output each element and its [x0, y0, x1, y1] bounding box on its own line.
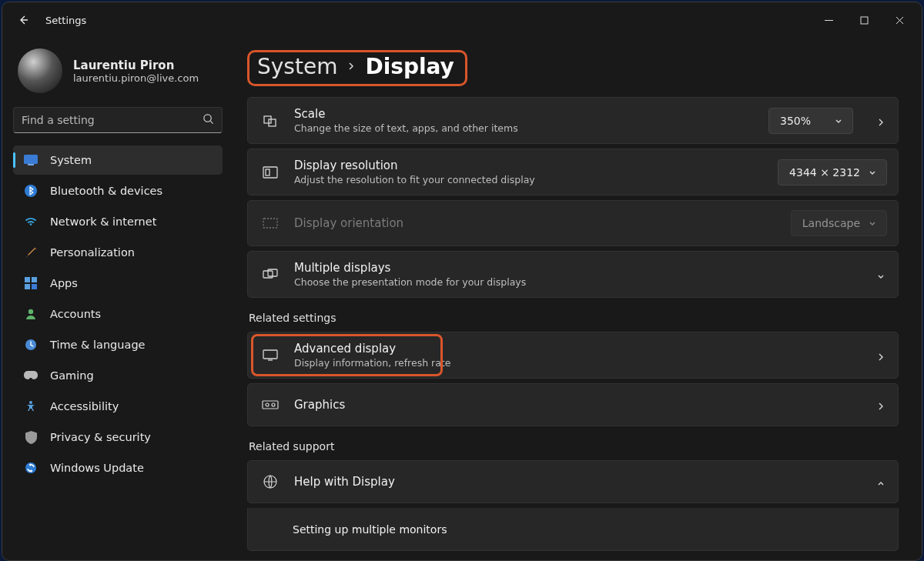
back-button[interactable] [13, 9, 35, 31]
close-icon [896, 16, 904, 25]
breadcrumb-current: Display [365, 54, 454, 79]
card-title: Graphics [294, 398, 853, 412]
select-value: 4344 × 2312 [789, 166, 860, 179]
minimize-icon [825, 16, 833, 25]
nav-item-gaming[interactable]: Gaming [13, 361, 223, 390]
bluetooth-icon [24, 184, 38, 198]
card-title: Display orientation [294, 216, 775, 230]
profile-name: Laurentiu Piron [73, 58, 199, 72]
orientation-select: Landscape [791, 210, 887, 236]
profile-email: laurentiu.piron@live.com [73, 72, 199, 84]
nav-item-accounts[interactable]: Accounts [13, 299, 223, 329]
resolution-select[interactable]: 4344 × 2312 [778, 159, 887, 185]
chevron-right-icon [876, 350, 887, 361]
card-resolution[interactable]: Display resolution Adjust the resolution… [247, 149, 899, 195]
chevron-down-icon [868, 218, 879, 229]
nav-item-network[interactable]: Network & internet [13, 207, 223, 236]
chevron-right-icon [346, 59, 356, 74]
card-desc: Change the size of text, apps, and other… [294, 122, 753, 134]
maximize-button[interactable] [846, 8, 882, 32]
nav-item-label: Personalization [50, 246, 135, 259]
nav-item-accessibility[interactable]: Accessibility [13, 392, 223, 421]
breadcrumb: System Display [247, 38, 899, 97]
chevron-right-icon [876, 399, 887, 410]
select-value: Landscape [802, 217, 860, 229]
card-help-display[interactable]: Help with Display [247, 460, 899, 503]
search-input[interactable] [22, 114, 196, 126]
card-advanced-display[interactable]: Advanced display Display information, re… [247, 332, 899, 379]
nav-item-privacy[interactable]: Privacy & security [13, 422, 223, 452]
svg-rect-3 [28, 164, 34, 165]
scale-select[interactable]: 350% [768, 108, 853, 134]
chevron-up-icon [876, 476, 887, 487]
accessibility-icon [24, 399, 38, 413]
chevron-down-icon [876, 269, 887, 280]
wifi-icon [24, 215, 38, 229]
nav-item-windows-update[interactable]: Windows Update [13, 453, 223, 483]
svg-rect-8 [32, 284, 37, 289]
nav-item-bluetooth[interactable]: Bluetooth & devices [13, 176, 223, 205]
breadcrumb-parent[interactable]: System [257, 54, 337, 79]
scale-icon [262, 113, 279, 129]
avatar [18, 48, 62, 93]
nav-item-label: Privacy & security [50, 431, 151, 443]
svg-rect-6 [32, 277, 37, 282]
help-subitem[interactable]: Setting up multiple monitors [247, 508, 899, 551]
settings-window: Settings Laurentiu Piron laurentiu.piron… [2, 2, 922, 561]
sidebar: Laurentiu Piron laurentiu.piron@live.com… [2, 38, 233, 560]
chevron-down-icon [834, 115, 845, 126]
main-content: System Display Scale Change the size of … [233, 38, 922, 560]
svg-point-22 [266, 403, 269, 406]
nav-item-label: Accessibility [50, 400, 119, 412]
settings-cards: Scale Change the size of text, apps, and… [247, 97, 899, 298]
system-icon [24, 153, 38, 167]
card-title: Help with Display [294, 475, 861, 489]
apps-icon [24, 276, 38, 290]
nav-item-label: Time & language [50, 339, 146, 351]
gamepad-icon [24, 369, 38, 382]
card-orientation: Display orientation Landscape [247, 200, 899, 246]
titlebar: Settings [2, 2, 922, 38]
nav-item-label: Windows Update [50, 462, 144, 474]
card-scale[interactable]: Scale Change the size of text, apps, and… [247, 97, 899, 144]
chevron-right-icon [876, 115, 887, 126]
svg-rect-0 [861, 17, 868, 24]
svg-rect-17 [263, 219, 277, 228]
clock-icon [24, 338, 38, 352]
svg-point-23 [272, 403, 275, 406]
chevron-down-icon [868, 167, 879, 178]
svg-rect-16 [266, 169, 270, 175]
card-title: Scale [294, 107, 753, 121]
help-subitem-label: Setting up multiple monitors [293, 523, 887, 536]
svg-point-9 [28, 309, 33, 314]
section-related-support: Related support [249, 440, 899, 452]
nav-item-label: Bluetooth & devices [50, 185, 162, 197]
nav-item-system[interactable]: System [13, 145, 223, 175]
profile-block[interactable]: Laurentiu Piron laurentiu.piron@live.com [13, 45, 223, 99]
svg-rect-7 [25, 284, 30, 289]
breadcrumb-highlight: System Display [247, 50, 467, 86]
nav-item-apps[interactable]: Apps [13, 269, 223, 298]
card-desc: Choose the presentation mode for your di… [294, 276, 861, 288]
card-graphics[interactable]: Graphics [247, 383, 899, 426]
nav-item-label: Network & internet [50, 215, 156, 228]
nav-item-label: System [50, 154, 92, 166]
nav-item-time-language[interactable]: Time & language [13, 330, 223, 359]
close-button[interactable] [882, 8, 917, 32]
section-related-settings: Related settings [249, 312, 899, 324]
minimize-button[interactable] [811, 8, 846, 32]
person-icon [24, 307, 38, 321]
nav-item-label: Gaming [50, 369, 94, 382]
nav-item-personalization[interactable]: Personalization [13, 238, 223, 267]
search-icon [203, 113, 214, 128]
search-box[interactable] [13, 107, 223, 133]
nav-item-label: Accounts [50, 308, 101, 320]
select-value: 350% [780, 115, 811, 127]
svg-rect-5 [25, 277, 30, 282]
svg-rect-2 [24, 155, 38, 164]
card-multiple-displays[interactable]: Multiple displays Choose the presentatio… [247, 251, 899, 298]
card-title: Multiple displays [294, 261, 861, 275]
graphics-icon [262, 399, 279, 410]
svg-point-11 [29, 401, 32, 404]
nav-item-label: Apps [50, 277, 78, 289]
